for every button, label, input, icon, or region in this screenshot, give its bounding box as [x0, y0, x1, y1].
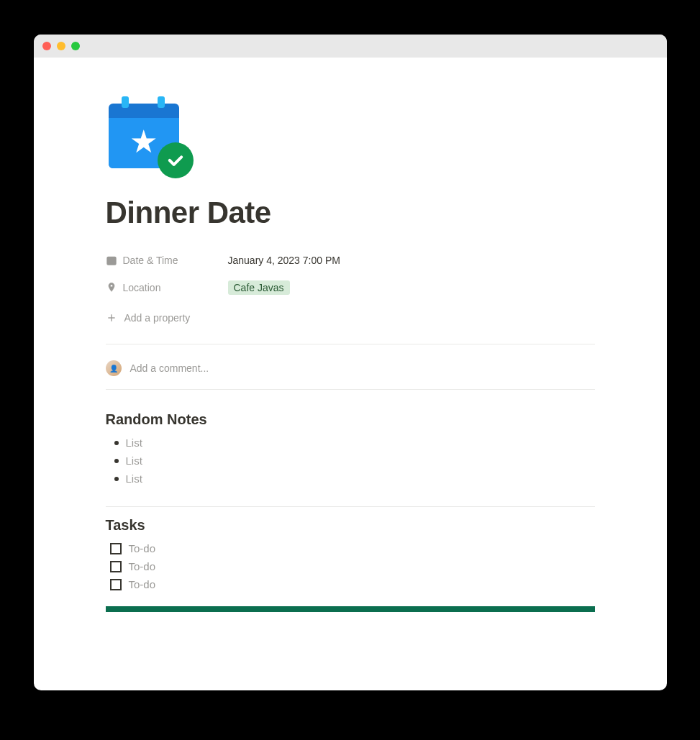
- window-minimize-button[interactable]: [57, 42, 65, 50]
- notes-heading[interactable]: Random Notes: [106, 411, 595, 428]
- star-icon: ★: [129, 126, 158, 157]
- checkbox[interactable]: [110, 543, 122, 554]
- list-item-text: List: [126, 437, 142, 449]
- window: ★ Dinner Date Date & Time January 4, 202…: [34, 35, 667, 690]
- location-pin-icon: [106, 282, 117, 293]
- todo-item-text: To-do: [129, 542, 156, 554]
- divider: [106, 506, 595, 507]
- list-item[interactable]: List: [106, 470, 595, 488]
- tasks-heading[interactable]: Tasks: [106, 517, 595, 534]
- list-item[interactable]: List: [106, 452, 595, 470]
- titlebar: [34, 35, 667, 58]
- accent-bar: [106, 606, 595, 612]
- svg-rect-0: [107, 257, 116, 265]
- bullet-icon: [114, 459, 119, 463]
- bullet-icon: [114, 441, 119, 445]
- properties-list: Date & Time January 4, 2023 7:00 PM Loca…: [106, 247, 595, 331]
- avatar: 👤: [106, 360, 122, 376]
- window-maximize-button[interactable]: [71, 42, 80, 50]
- comment-row[interactable]: 👤 Add a comment...: [106, 356, 595, 390]
- page-title[interactable]: Dinner Date: [106, 196, 595, 230]
- calendar-ring: [158, 96, 165, 108]
- notes-list: List List List: [106, 434, 595, 488]
- todo-item[interactable]: To-do: [106, 575, 595, 593]
- property-label: Date & Time: [106, 255, 228, 266]
- divider: [106, 344, 595, 344]
- add-property-button[interactable]: Add a property: [106, 305, 595, 331]
- property-label: Location: [106, 282, 228, 293]
- checkbox[interactable]: [110, 579, 122, 590]
- tasks-list: To-do To-do To-do: [106, 539, 595, 593]
- bullet-icon: [114, 477, 119, 481]
- plus-icon: [106, 312, 117, 324]
- check-badge-icon: [158, 142, 194, 178]
- todo-item-text: To-do: [129, 578, 156, 590]
- list-item[interactable]: List: [106, 434, 595, 452]
- todo-item-text: To-do: [129, 560, 156, 572]
- property-label-text: Date & Time: [123, 255, 178, 266]
- checkbox[interactable]: [110, 561, 122, 572]
- property-label-text: Location: [123, 282, 161, 293]
- list-item-text: List: [126, 472, 142, 485]
- property-value-location[interactable]: Cafe Javas: [228, 280, 290, 295]
- comment-input-placeholder[interactable]: Add a comment...: [130, 362, 595, 374]
- property-row-date-time[interactable]: Date & Time January 4, 2023 7:00 PM: [106, 247, 595, 273]
- location-tag: Cafe Javas: [228, 280, 290, 295]
- add-property-label: Add a property: [124, 312, 191, 324]
- window-close-button[interactable]: [42, 42, 51, 50]
- page-content: ★ Dinner Date Date & Time January 4, 202…: [34, 58, 667, 690]
- todo-item[interactable]: To-do: [106, 557, 595, 575]
- property-value-date-time[interactable]: January 4, 2023 7:00 PM: [228, 255, 340, 266]
- calendar-icon: [106, 255, 117, 266]
- page-icon[interactable]: ★: [109, 93, 189, 174]
- property-row-location[interactable]: Location Cafe Javas: [106, 275, 595, 301]
- todo-item[interactable]: To-do: [106, 539, 595, 557]
- calendar-ring: [122, 96, 129, 108]
- list-item-text: List: [126, 454, 142, 467]
